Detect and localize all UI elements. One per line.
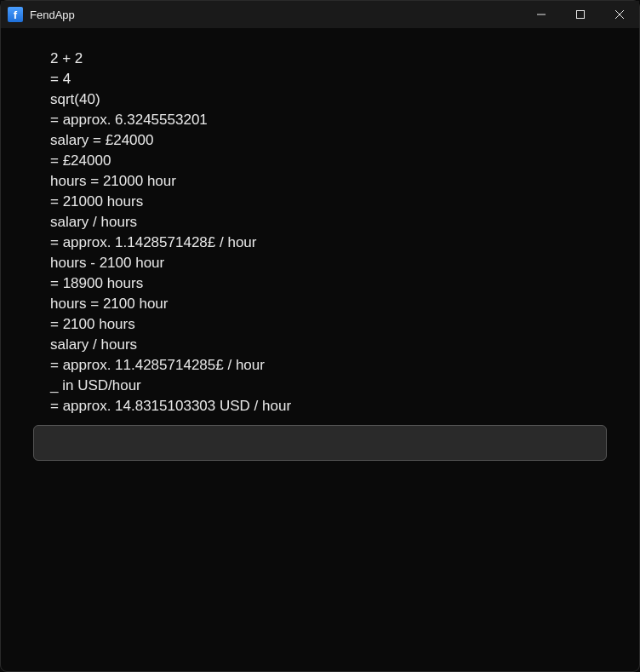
history-line: salary / hours <box>50 335 607 355</box>
history-line: hours - 2100 hour <box>50 253 607 273</box>
close-icon <box>615 10 624 19</box>
svg-rect-0 <box>577 11 585 19</box>
app-icon-letter: f <box>14 9 17 21</box>
history-line: = approx. 6.3245553201 <box>50 110 607 130</box>
app-window: f FendApp 2 + 2 = 4 sqrt(40) = approx. 6… <box>0 0 640 672</box>
window-title: FendApp <box>30 9 75 21</box>
history-line: = 21000 hours <box>50 192 607 212</box>
window-controls <box>522 1 639 28</box>
history-line: = 2100 hours <box>50 314 607 335</box>
history-line: = approx. 14.8315103303 USD / hour <box>50 396 607 416</box>
titlebar[interactable]: f FendApp <box>1 1 639 28</box>
history-line: hours = 21000 hour <box>50 171 607 192</box>
history-line: = approx. 11.4285714285£ / hour <box>50 355 607 376</box>
history-line: _ in USD/hour <box>50 376 607 396</box>
calculation-history: 2 + 2 = 4 sqrt(40) = approx. 6.324555320… <box>50 49 607 416</box>
close-button[interactable] <box>600 1 639 28</box>
content-area: 2 + 2 = 4 sqrt(40) = approx. 6.324555320… <box>1 28 639 671</box>
history-line: hours = 2100 hour <box>50 294 607 314</box>
history-line: = 4 <box>50 69 607 89</box>
app-icon: f <box>8 7 23 22</box>
minimize-icon <box>537 10 546 19</box>
calculation-input[interactable] <box>33 425 607 461</box>
history-line: sqrt(40) <box>50 89 607 110</box>
maximize-button[interactable] <box>561 1 600 28</box>
history-line: = £24000 <box>50 151 607 171</box>
maximize-icon <box>576 10 585 19</box>
minimize-button[interactable] <box>522 1 561 28</box>
history-line: 2 + 2 <box>50 49 607 69</box>
history-line: salary / hours <box>50 212 607 233</box>
history-line: = 18900 hours <box>50 273 607 294</box>
history-line: = approx. 1.1428571428£ / hour <box>50 233 607 253</box>
history-line: salary = £24000 <box>50 130 607 151</box>
input-container <box>33 425 607 461</box>
titlebar-left: f FendApp <box>8 7 75 22</box>
